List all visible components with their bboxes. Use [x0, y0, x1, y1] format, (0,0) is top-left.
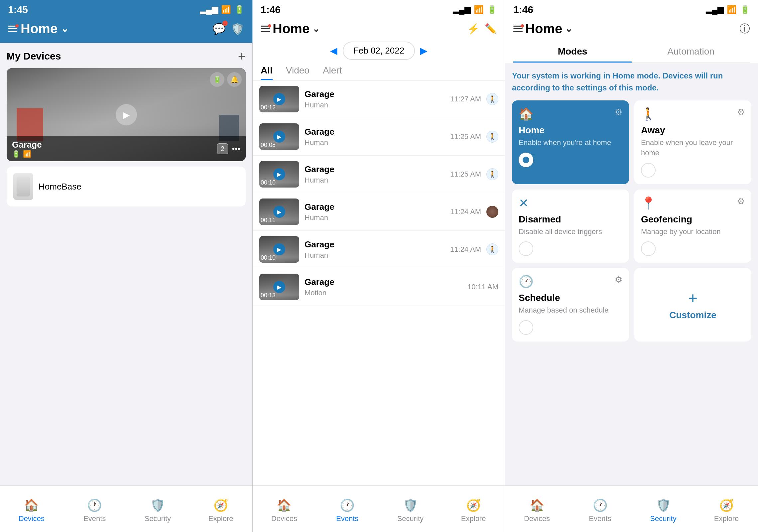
camera-wifi-icon: 📶 [23, 150, 31, 158]
hamburger-menu-p3[interactable] [513, 26, 523, 32]
explore-nav-icon-p2: 🧭 [466, 498, 481, 512]
p2-title: Home ⌄ [261, 21, 320, 36]
camera-battery-icon: 🔋 [12, 150, 20, 158]
away-mode-icon: 🚶 [641, 107, 656, 121]
home-mode-name: Home [519, 125, 622, 136]
app-header-p1: Home ⌄ 💬 🛡️ [0, 18, 252, 43]
mode-schedule[interactable]: 🕐 ⚙ Schedule Manage based on schedule [512, 268, 629, 341]
event-type: Human [305, 138, 445, 147]
explore-nav-icon: 🧭 [213, 498, 228, 512]
chevron-down-icon-p2[interactable]: ⌄ [312, 23, 320, 34]
nav-explore-p1[interactable]: 🧭 Explore [189, 495, 252, 523]
shield-button[interactable]: 🛡️ [231, 23, 244, 35]
tab-automation[interactable]: Automation [632, 42, 750, 63]
away-mode-toggle[interactable] [641, 163, 656, 178]
event-location: Garage [305, 89, 445, 99]
hamburger-menu-p2[interactable] [261, 26, 270, 32]
edit-icon[interactable]: ✏️ [485, 23, 497, 35]
disarmed-mode-toggle[interactable] [519, 241, 533, 256]
more-options-icon[interactable]: ••• [232, 144, 240, 154]
help-button[interactable]: ⓘ [739, 22, 750, 36]
nav-events-p1[interactable]: 🕐 Events [63, 495, 126, 523]
prev-date-arrow[interactable]: ◀ [330, 45, 337, 56]
event-time: 11:24 AM [450, 245, 481, 254]
schedule-mode-gear-icon[interactable]: ⚙ [615, 275, 622, 285]
nav-devices-p3[interactable]: 🏠 Devices [505, 495, 568, 523]
messages-button[interactable]: 💬 [212, 23, 226, 35]
events-list: ▶ 00:12 Garage Human 11:27 AM 🚶 ▶ 00:08 … [253, 80, 505, 485]
panel-events: 1:46 ▂▄▆ 📶 🔋 Home ⌄ [253, 0, 505, 532]
home-mode-gear-icon[interactable]: ⚙ [615, 107, 622, 117]
nav-security-p2[interactable]: 🛡️ Security [379, 495, 442, 523]
tab-alert[interactable]: Alert [323, 65, 342, 80]
event-type: Human [305, 176, 445, 185]
explore-nav-label-p3: Explore [714, 514, 739, 523]
event-time: 11:25 AM [450, 170, 481, 179]
event-thumbnail: ▶ 00:10 [259, 161, 299, 188]
next-date-arrow[interactable]: ▶ [420, 45, 428, 56]
nav-events-p2[interactable]: 🕐 Events [316, 495, 379, 523]
camera-bottom-right: 2 ••• [217, 143, 240, 154]
tab-modes[interactable]: Modes [513, 42, 632, 63]
p3-title: Home ⌄ [513, 21, 572, 36]
mode-schedule-header: 🕐 ⚙ [519, 275, 622, 289]
schedule-mode-toggle[interactable] [519, 320, 533, 335]
event-item[interactable]: ▶ 00:08 Garage Human 11:25 AM 🚶 [253, 118, 505, 156]
mode-home[interactable]: 🏠 ⚙ Home Enable when you're at home [512, 100, 629, 184]
add-device-button[interactable]: + [238, 50, 246, 63]
chevron-down-icon-p3[interactable]: ⌄ [565, 23, 572, 34]
notification-dot-p2 [268, 24, 271, 28]
nav-explore-p2[interactable]: 🧭 Explore [442, 495, 505, 523]
page-indicator: 2 [217, 143, 228, 154]
nav-devices-p1[interactable]: 🏠 Devices [0, 495, 63, 523]
garage-camera-card[interactable]: ▶ 🔋 🔔 Garage 🔋 📶 2 ••• [7, 68, 246, 161]
away-mode-gear-icon[interactable]: ⚙ [737, 107, 745, 117]
geofencing-mode-gear-icon[interactable]: ⚙ [737, 196, 745, 206]
events-nav-label-p2: Events [336, 514, 358, 523]
tab-video[interactable]: Video [286, 65, 310, 80]
devices-nav-label: Devices [19, 514, 45, 523]
mode-geofencing[interactable]: 📍 ⚙ Geofencing Manage by your location [634, 190, 751, 263]
time-p3: 1:46 [513, 4, 533, 15]
panel-devices: 1:45 ▂▄▆ 📶 🔋 Home ⌄ 💬 [0, 0, 253, 532]
filter-icon[interactable]: ⚡ [467, 23, 479, 35]
hamburger-menu-p1[interactable] [8, 26, 17, 32]
camera-top-icons: 🔋 🔔 [210, 72, 242, 87]
security-nav-icon-p3: 🛡️ [656, 498, 671, 512]
nav-explore-p3[interactable]: 🧭 Explore [695, 495, 758, 523]
devices-nav-label-p3: Devices [524, 514, 550, 523]
event-item[interactable]: ▶ 00:10 Garage Human 11:25 AM 🚶 [253, 156, 505, 193]
event-item[interactable]: ▶ 00:10 Garage Human 11:24 AM 🚶 [253, 231, 505, 268]
event-item[interactable]: ▶ 00:13 Garage Motion 10:11 AM [253, 268, 505, 306]
thumb-play-btn: ▶ [273, 168, 285, 180]
bottom-nav-p3: 🏠 Devices 🕐 Events 🛡️ Security 🧭 Explore [505, 485, 758, 532]
date-display[interactable]: Feb 02, 2022 [343, 42, 415, 60]
thumb-play-btn: ▶ [273, 281, 285, 293]
nav-devices-p2[interactable]: 🏠 Devices [253, 495, 316, 523]
mode-disarmed[interactable]: ✕ Disarmed Disable all device triggers [512, 190, 629, 263]
tab-all[interactable]: All [261, 65, 273, 80]
play-button[interactable]: ▶ [116, 104, 137, 125]
chevron-down-icon-p1[interactable]: ⌄ [61, 23, 68, 34]
geofencing-mode-name: Geofencing [641, 214, 745, 225]
nav-security-p1[interactable]: 🛡️ Security [126, 495, 190, 523]
my-devices-header: My Devices + [7, 50, 246, 63]
event-type: Motion [305, 289, 462, 297]
customize-card[interactable]: + Customize [634, 268, 751, 341]
messages-badge [222, 21, 228, 26]
event-type: Human [305, 101, 445, 109]
mode-away[interactable]: 🚶 ⚙ Away Enable when you leave your home [634, 100, 751, 184]
date-nav: ◀ Feb 02, 2022 ▶ [261, 42, 497, 60]
time-p2: 1:46 [261, 4, 281, 15]
camera-status-icons: 🔋 📶 [12, 150, 42, 158]
homebase-card[interactable]: HomeBase [7, 167, 246, 206]
camera-name: Garage [12, 140, 42, 150]
event-item[interactable]: ▶ 00:11 Garage Human 11:24 AM [253, 193, 505, 231]
nav-events-p3[interactable]: 🕐 Events [568, 495, 632, 523]
nav-security-p3[interactable]: 🛡️ Security [632, 495, 695, 523]
status-bar-p3: 1:46 ▂▄▆ 📶 🔋 [505, 0, 758, 18]
home-mode-toggle[interactable] [519, 153, 533, 167]
home-mode-icon: 🏠 [519, 107, 534, 121]
geofencing-mode-toggle[interactable] [641, 241, 656, 256]
event-item[interactable]: ▶ 00:12 Garage Human 11:27 AM 🚶 [253, 80, 505, 118]
